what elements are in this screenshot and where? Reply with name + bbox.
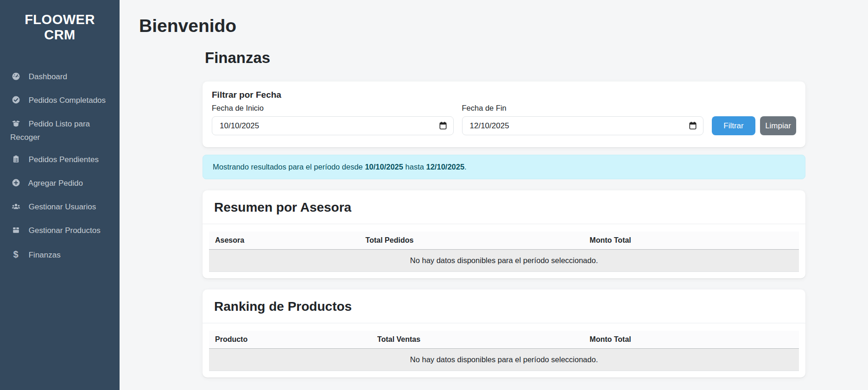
alert-end-date: 12/10/2025	[426, 163, 465, 171]
gauge-icon	[10, 72, 21, 84]
sidebar-item-label: Pedido Listo para Recoger	[10, 120, 90, 142]
clipboard-list-icon	[10, 155, 21, 167]
start-date-wrap	[212, 116, 454, 135]
column-header: Monto Total	[583, 232, 799, 250]
empty-state-message: No hay datos disponibles para el período…	[209, 349, 799, 371]
calendar-icon[interactable]	[438, 121, 448, 130]
alert-text: .	[464, 163, 467, 171]
sidebar-item-label: Finanzas	[29, 251, 61, 259]
sidebar-item-label: Pedidos Pendientes	[29, 155, 99, 164]
column-header: Asesora	[209, 232, 360, 250]
column-header: Total Ventas	[371, 331, 583, 349]
sidebar-item-label: Gestionar Usuarios	[29, 202, 96, 211]
sidebar-item-pedidos-completados[interactable]: Pedidos Completados	[7, 89, 112, 113]
check-circle-icon	[10, 95, 21, 108]
column-header: Total Pedidos	[360, 232, 584, 250]
box-open-icon	[10, 119, 21, 132]
page-title: Bienvenido	[139, 16, 849, 36]
end-date-wrap	[462, 116, 704, 135]
filter-buttons: Filtrar Limpiar	[712, 116, 796, 135]
advisor-summary-body: Asesora Total Pedidos Monto Total No hay…	[203, 224, 805, 278]
product-ranking-body: Producto Total Ventas Monto Total No hay…	[203, 323, 805, 377]
sidebar-item-gestionar-usuarios[interactable]: Gestionar Usuarios	[7, 196, 112, 220]
app-title: FLOOWER CRM	[7, 12, 112, 43]
sidebar: FLOOWER CRM Dashboard Pedidos Completado…	[0, 0, 120, 390]
column-header: Monto Total	[583, 331, 799, 349]
column-header: Producto	[209, 331, 371, 349]
product-ranking-header: Ranking de Productos	[203, 289, 805, 323]
period-info-alert: Mostrando resultados para el período des…	[203, 155, 805, 179]
alert-text: hasta	[403, 163, 426, 171]
start-date-label: Fecha de Inicio	[212, 104, 454, 113]
finanzas-section: Finanzas Filtrar por Fecha Fecha de Inic…	[203, 49, 805, 377]
product-ranking-title: Ranking de Productos	[214, 299, 794, 314]
sidebar-item-dashboard[interactable]: Dashboard	[7, 66, 112, 89]
advisor-summary-header: Resumen por Asesora	[203, 190, 805, 224]
filter-title: Filtrar por Fecha	[212, 90, 796, 100]
date-filter-card: Filtrar por Fecha Fecha de Inicio Fecha …	[203, 82, 805, 147]
clear-button[interactable]: Limpiar	[760, 116, 796, 135]
sidebar-item-agregar-pedido[interactable]: Agregar Pedido	[7, 172, 112, 196]
alert-start-date: 10/10/2025	[365, 163, 403, 171]
sidebar-item-label: Gestionar Productos	[29, 226, 101, 235]
section-title: Finanzas	[205, 49, 805, 67]
table-row: No hay datos disponibles para el período…	[209, 250, 799, 272]
table-header-row: Asesora Total Pedidos Monto Total	[209, 232, 799, 250]
advisor-summary-card: Resumen por Asesora Asesora Total Pedido…	[203, 190, 805, 278]
main-content: Bienvenido Finanzas Filtrar por Fecha Fe…	[120, 0, 868, 390]
empty-state-message: No hay datos disponibles para el período…	[209, 250, 799, 272]
product-ranking-table: Producto Total Ventas Monto Total No hay…	[209, 331, 799, 371]
start-date-input[interactable]	[212, 116, 454, 135]
sidebar-item-finanzas[interactable]: $ Finanzas	[7, 243, 112, 266]
table-header-row: Producto Total Ventas Monto Total	[209, 331, 799, 349]
filter-row: Fecha de Inicio Fecha de Fin Filtrar L	[212, 104, 796, 135]
plus-circle-icon	[10, 178, 21, 191]
advisor-summary-title: Resumen por Asesora	[214, 200, 794, 215]
alert-text: Mostrando resultados para el período des…	[213, 163, 365, 171]
sidebar-item-gestionar-productos[interactable]: Gestionar Productos	[7, 220, 112, 243]
users-icon	[10, 202, 21, 214]
calendar-icon[interactable]	[688, 121, 697, 130]
advisor-summary-table: Asesora Total Pedidos Monto Total No hay…	[209, 232, 799, 272]
sidebar-item-label: Agregar Pedido	[28, 179, 83, 188]
start-date-group: Fecha de Inicio	[212, 104, 454, 135]
end-date-label: Fecha de Fin	[462, 104, 704, 113]
sidebar-item-pedidos-pendientes[interactable]: Pedidos Pendientes	[7, 149, 112, 172]
end-date-input[interactable]	[462, 116, 704, 135]
sidebar-item-label: Pedidos Completados	[29, 96, 106, 105]
product-ranking-card: Ranking de Productos Producto Total Vent…	[203, 289, 805, 377]
sidebar-item-label: Dashboard	[29, 72, 67, 81]
filter-button[interactable]: Filtrar	[712, 116, 755, 135]
sidebar-nav: Dashboard Pedidos Completados Pedido Lis…	[7, 66, 112, 266]
table-row: No hay datos disponibles para el período…	[209, 349, 799, 371]
end-date-group: Fecha de Fin	[462, 104, 704, 135]
box-icon	[10, 226, 21, 238]
sidebar-item-pedido-listo[interactable]: Pedido Listo para Recoger	[7, 113, 112, 149]
dollar-sign-icon: $	[10, 248, 21, 260]
